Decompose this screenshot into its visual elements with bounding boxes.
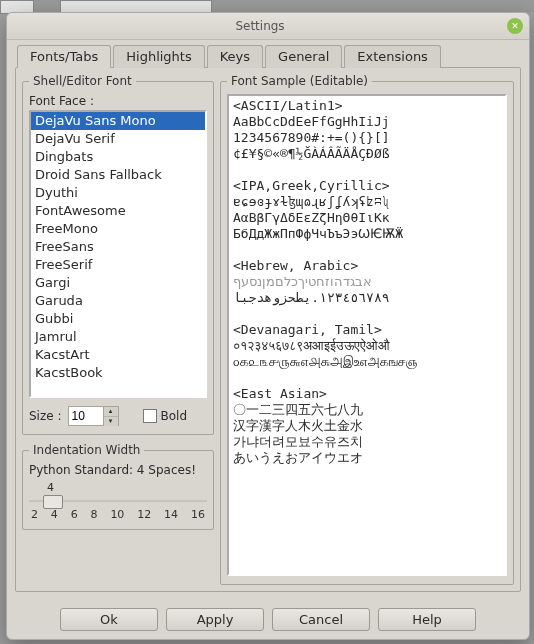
tick-label: 8 [91, 508, 98, 521]
indent-ticks: 2 4 6 8 10 12 14 16 [29, 508, 207, 521]
tab-highlights[interactable]: Highlights [113, 45, 204, 68]
font-size-row: Size : ▴ ▾ Bold [29, 406, 207, 426]
list-item[interactable]: Dyuthi [31, 184, 205, 202]
tab-general[interactable]: General [265, 45, 342, 68]
bold-checkbox[interactable]: Bold [143, 409, 188, 423]
cancel-button[interactable]: Cancel [272, 608, 370, 631]
list-item[interactable]: KacstBook [31, 364, 205, 382]
indent-legend: Indentation Width [29, 443, 144, 457]
titlebar: Settings [7, 13, 529, 40]
desktop-background [0, 0, 534, 12]
spin-down-icon[interactable]: ▾ [104, 417, 118, 426]
font-face-label: Font Face : [29, 94, 207, 108]
indent-text: Python Standard: 4 Spaces! [29, 463, 207, 477]
font-legend: Shell/Editor Font [29, 74, 136, 88]
list-item[interactable]: FontAwesome [31, 202, 205, 220]
tick-label: 16 [191, 508, 205, 521]
left-column: Shell/Editor Font Font Face : DejaVu San… [22, 74, 214, 585]
size-label: Size : [29, 409, 62, 423]
close-icon[interactable] [507, 18, 523, 34]
tab-bar: Fonts/Tabs Highlights Keys General Exten… [17, 44, 521, 67]
tab-fonts-tabs[interactable]: Fonts/Tabs [17, 45, 111, 68]
indent-fieldset: Indentation Width Python Standard: 4 Spa… [22, 443, 214, 530]
help-button[interactable]: Help [378, 608, 476, 631]
window-title: Settings [13, 19, 507, 33]
ok-button[interactable]: Ok [60, 608, 158, 631]
right-column: Font Sample (Editable) <ASCII/Latin1> Aa… [220, 74, 514, 585]
tick-label: 2 [31, 508, 38, 521]
tab-extensions[interactable]: Extensions [344, 45, 441, 68]
tick-label: 6 [71, 508, 78, 521]
list-item[interactable]: FreeSerif [31, 256, 205, 274]
font-face-listbox[interactable]: DejaVu Sans Mono DejaVu Serif Dingbats D… [29, 110, 207, 398]
list-item[interactable]: Gubbi [31, 310, 205, 328]
tab-page: Shell/Editor Font Font Face : DejaVu San… [15, 67, 521, 592]
tick-label: 10 [110, 508, 124, 521]
dialog-buttons: Ok Apply Cancel Help [7, 600, 529, 639]
window-body: Fonts/Tabs Highlights Keys General Exten… [7, 40, 529, 600]
list-item[interactable]: Gargi [31, 274, 205, 292]
indent-slider[interactable] [29, 496, 207, 506]
sample-legend: Font Sample (Editable) [227, 74, 372, 88]
list-item[interactable]: Jamrul [31, 328, 205, 346]
slider-thumb[interactable] [43, 495, 63, 509]
tab-keys[interactable]: Keys [207, 45, 263, 68]
settings-window: Settings Fonts/Tabs Highlights Keys Gene… [6, 12, 530, 640]
spin-up-icon[interactable]: ▴ [104, 407, 118, 417]
tick-label: 4 [51, 508, 58, 521]
size-spinner[interactable]: ▴ ▾ [68, 406, 119, 426]
list-item[interactable]: Droid Sans Fallback [31, 166, 205, 184]
indent-value: 4 [47, 481, 207, 494]
list-item[interactable]: Dingbats [31, 148, 205, 166]
font-fieldset: Shell/Editor Font Font Face : DejaVu San… [22, 74, 214, 435]
list-item[interactable]: DejaVu Serif [31, 130, 205, 148]
apply-button[interactable]: Apply [166, 608, 264, 631]
font-sample-textarea[interactable]: <ASCII/Latin1> AaBbCcDdEeFfGgHhIiJj 1234… [227, 94, 507, 576]
list-item[interactable]: DejaVu Sans Mono [31, 112, 205, 130]
bold-label: Bold [161, 409, 188, 423]
list-item[interactable]: KacstArt [31, 346, 205, 364]
list-item[interactable]: FreeMono [31, 220, 205, 238]
tick-label: 12 [137, 508, 151, 521]
list-item[interactable]: Garuda [31, 292, 205, 310]
tick-label: 14 [164, 508, 178, 521]
sample-fieldset: Font Sample (Editable) <ASCII/Latin1> Aa… [220, 74, 514, 585]
checkbox-box[interactable] [143, 409, 157, 423]
size-input[interactable] [69, 409, 103, 423]
list-item[interactable]: FreeSans [31, 238, 205, 256]
